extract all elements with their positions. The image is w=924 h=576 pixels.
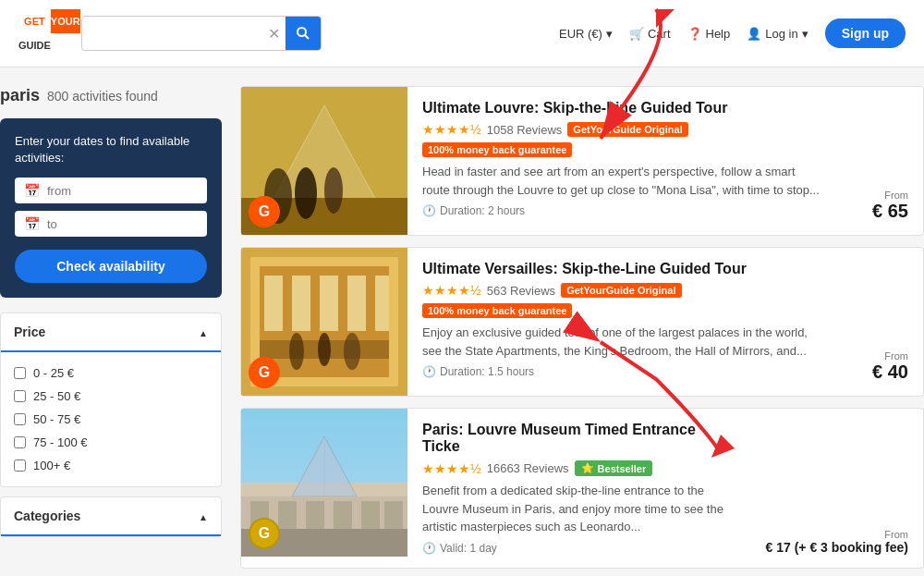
categories-filter-header[interactable]: Categories [1, 497, 221, 536]
date-filter-title: Enter your dates to find available activ… [15, 133, 207, 166]
card-duration-louvre-tour: 🕐 Duration: 2 hours [422, 204, 825, 217]
svg-point-9 [324, 167, 343, 214]
card-image-louvre-ticket[interactable]: G [241, 409, 407, 557]
card-image-louvre-tour[interactable]: G [241, 87, 407, 235]
card-title-louvre-ticket[interactable]: Paris: Louvre Museum Timed Entrance Tick… [422, 422, 736, 455]
date-filter-box: Enter your dates to find available activ… [0, 118, 222, 298]
logo[interactable]: GET YOUR GUIDE [18, 9, 67, 57]
price-label-100plus: 100+ € [33, 459, 70, 472]
checkbox-25-50[interactable] [14, 390, 26, 402]
price-filter-25-50[interactable]: 25 - 50 € [14, 385, 208, 408]
signup-button[interactable]: Sign up [825, 18, 906, 48]
card-title-louvre-tour[interactable]: Ultimate Louvre: Skip-the-Line Guided To… [422, 100, 825, 116]
from-date-field[interactable] [47, 184, 202, 198]
stars-versailles: ★★★★½ [422, 283, 481, 298]
activity-card-louvre-ticket: G Paris: Louvre Museum Timed Entrance Ti… [240, 408, 924, 569]
price-filter-100plus[interactable]: 100+ € [14, 454, 208, 477]
price-label-75-100: 75 - 100 € [33, 435, 88, 449]
calendar-from-icon: 📅 [24, 183, 40, 198]
badge-g-louvre: G [249, 196, 280, 227]
price-label-50-75: 50 - 75 € [33, 412, 80, 426]
svg-point-8 [295, 167, 317, 219]
price-louvre-ticket: € 17 (+ € 3 booking fee) [766, 540, 908, 555]
checkbox-0-25[interactable] [14, 367, 26, 379]
svg-rect-30 [278, 501, 297, 529]
categories-filter-label: Categories [14, 509, 80, 523]
search-button[interactable] [286, 16, 321, 51]
price-filter-75-100[interactable]: 75 - 100 € [14, 431, 208, 454]
price-from-versailles: From [884, 350, 908, 362]
login-link[interactable]: 👤 Log in ▾ [747, 27, 808, 41]
svg-point-21 [344, 333, 360, 370]
price-from-louvre: From [884, 190, 908, 201]
logo-your: YOUR [51, 9, 80, 33]
duration-text-versailles: Duration: 1.5 hours [440, 365, 534, 378]
search-bar: paris ✕ [81, 16, 322, 51]
search-icon [296, 26, 310, 41]
stars-louvre-ticket: ★★★★½ [422, 461, 481, 476]
help-label: Help [706, 27, 731, 41]
logo-get: GET [18, 9, 51, 33]
svg-rect-17 [375, 276, 389, 331]
reviews-louvre-ticket: 16663 Reviews [487, 461, 569, 475]
svg-rect-34 [384, 501, 403, 529]
checkbox-100plus[interactable] [14, 460, 26, 472]
help-link[interactable]: ❓ Help [687, 27, 731, 41]
badge-g-versailles: G [249, 357, 280, 388]
clear-search-button[interactable]: ✕ [262, 25, 286, 43]
to-date-field[interactable] [47, 217, 202, 231]
header-nav: EUR (€) ▾ 🛒 Cart ❓ Help 👤 Log in ▾ Sign … [559, 18, 906, 48]
chevron-down-icon-login: ▾ [802, 27, 808, 41]
activity-card-louvre-tour: G Ultimate Louvre: Skip-the-Line Guided … [240, 86, 924, 236]
card-title-versailles[interactable]: Ultimate Versailles: Skip-the-Line Guide… [422, 261, 825, 277]
duration-text-louvre-ticket: Valid: 1 day [440, 542, 497, 555]
price-label-0-25: 0 - 25 € [33, 366, 74, 380]
chevron-down-icon: ▾ [606, 27, 613, 41]
price-filter-body: 0 - 25 € 25 - 50 € 50 - 75 € 75 - 100 € [1, 352, 221, 486]
cart-icon: 🛒 [629, 27, 644, 41]
star-icon-bestseller: ⭐ [581, 462, 594, 474]
svg-rect-33 [361, 501, 380, 529]
bestseller-label: Bestseller [598, 463, 647, 474]
badge-gyg-louvre: GetYourGuide Original [567, 122, 687, 137]
svg-rect-32 [334, 501, 352, 529]
header: GET YOUR GUIDE paris ✕ EUR (€) ▾ 🛒 [0, 0, 924, 67]
search-term: paris [0, 86, 40, 105]
logo-empty: GUIDE [18, 33, 51, 57]
categories-filter-section: Categories [0, 496, 222, 537]
stars-louvre-tour: ★★★★½ [422, 122, 481, 137]
checkbox-75-100[interactable] [14, 436, 26, 448]
reviews-versailles: 563 Reviews [487, 284, 555, 298]
main-container: paris 800 activities found Enter your da… [0, 67, 924, 576]
card-price-louvre-ticket: From € 17 (+ € 3 booking fee) [751, 409, 923, 568]
help-icon: ❓ [687, 27, 702, 41]
card-image-versailles[interactable]: G [241, 248, 407, 396]
user-icon: 👤 [747, 27, 761, 41]
badge-g-louvre-ticket: G [249, 518, 280, 549]
price-filter-0-25[interactable]: 0 - 25 € [14, 362, 208, 385]
svg-rect-14 [292, 276, 310, 331]
calendar-to-icon: 📅 [24, 216, 40, 231]
badge-gyg-versailles: GetYourGuide Original [561, 283, 681, 298]
from-date-input: 📅 [15, 178, 207, 203]
cart-link[interactable]: 🛒 Cart [629, 27, 671, 41]
search-input[interactable]: paris [82, 26, 262, 41]
card-desc-versailles: Enjoy an exclusive guided tour of one of… [422, 324, 825, 360]
currency-selector[interactable]: EUR (€) ▾ [559, 27, 613, 41]
price-versailles: € 40 [872, 362, 908, 383]
check-availability-button[interactable]: Check availability [15, 250, 207, 283]
activity-card-versailles: G Ultimate Versailles: Skip-the-Line Gui… [240, 247, 924, 397]
results-count: 800 activities found [47, 89, 158, 104]
card-price-versailles: From € 40 [840, 248, 923, 396]
checkbox-50-75[interactable] [14, 413, 26, 425]
currency-label: EUR (€) [559, 27, 602, 41]
price-from-louvre-ticket: From [884, 529, 908, 540]
svg-rect-15 [320, 276, 338, 331]
sidebar: paris 800 activities found Enter your da… [0, 86, 222, 537]
card-desc-louvre-tour: Head in faster and see art from an exper… [422, 163, 825, 199]
svg-point-19 [289, 333, 304, 370]
price-filter-50-75[interactable]: 50 - 75 € [14, 408, 208, 431]
card-duration-louvre-ticket: 🕐 Valid: 1 day [422, 542, 736, 555]
login-label: Log in [765, 27, 797, 41]
price-filter-header[interactable]: Price [1, 313, 221, 352]
